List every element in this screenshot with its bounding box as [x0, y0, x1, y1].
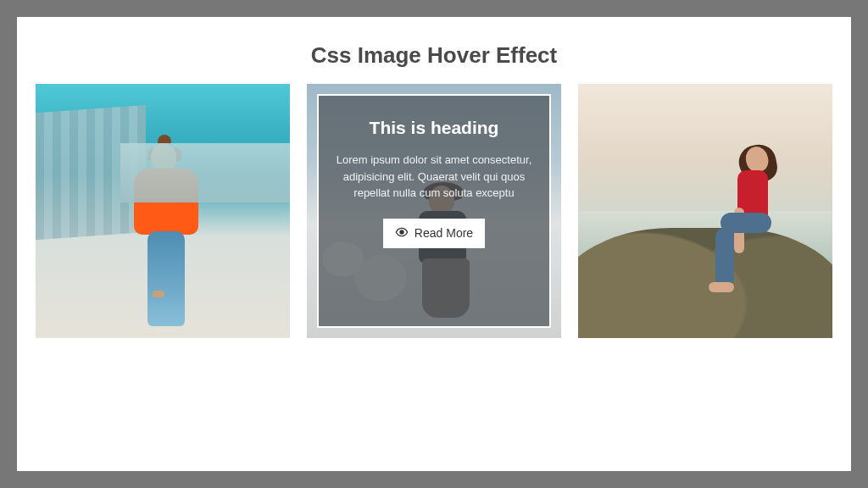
overlay-heading: This is heading: [370, 118, 499, 138]
figure-illustration: [117, 143, 210, 330]
image-card-1[interactable]: [36, 84, 290, 338]
image-card-3[interactable]: [578, 84, 832, 338]
image-card-2[interactable]: This is heading Lorem ipsum dolor sit am…: [307, 84, 561, 338]
card-grid: This is heading Lorem ipsum dolor sit am…: [27, 84, 841, 338]
read-more-label: Read More: [415, 226, 473, 240]
eye-icon: [395, 225, 409, 241]
overlay-description: Lorem ipsum dolor sit amet consectetur, …: [334, 152, 534, 202]
card-image: [578, 84, 832, 338]
page-canvas: Css Image Hover Effect This is heading L…: [17, 17, 851, 471]
read-more-button[interactable]: Read More: [383, 219, 485, 248]
svg-point-0: [400, 230, 403, 234]
card-image: [36, 84, 290, 338]
page-title: Css Image Hover Effect: [311, 42, 557, 69]
hover-overlay: This is heading Lorem ipsum dolor sit am…: [317, 94, 551, 328]
figure-illustration: [697, 147, 798, 316]
